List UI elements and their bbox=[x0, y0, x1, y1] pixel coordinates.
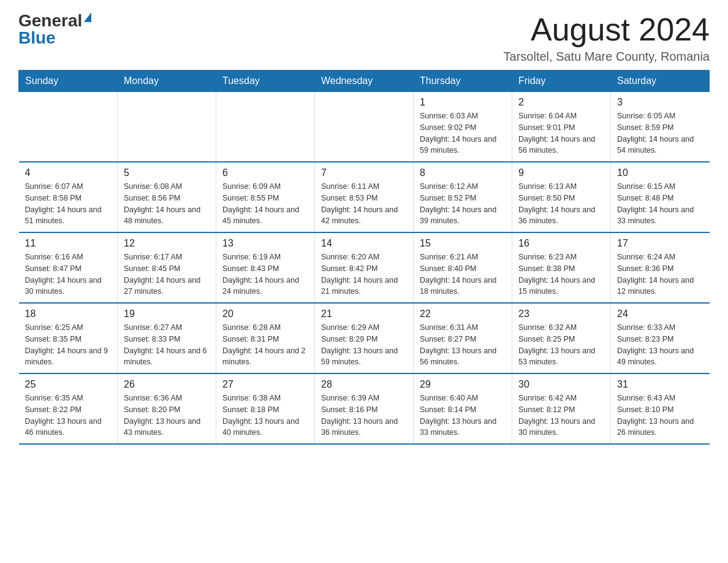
calendar-cell: 9Sunrise: 6:13 AMSunset: 8:50 PMDaylight… bbox=[512, 162, 611, 232]
day-sun-info: Sunrise: 6:31 AMSunset: 8:27 PMDaylight:… bbox=[420, 322, 506, 368]
calendar-cell bbox=[216, 92, 315, 163]
day-number: 29 bbox=[420, 379, 506, 390]
logo-general-text: General bbox=[18, 12, 82, 29]
calendar-cell: 21Sunrise: 6:29 AMSunset: 8:29 PMDayligh… bbox=[315, 303, 414, 373]
calendar-cell: 19Sunrise: 6:27 AMSunset: 8:33 PMDayligh… bbox=[118, 303, 216, 373]
calendar-cell: 1Sunrise: 6:03 AMSunset: 9:02 PMDaylight… bbox=[414, 92, 512, 163]
day-sun-info: Sunrise: 6:39 AMSunset: 8:16 PMDaylight:… bbox=[321, 393, 407, 439]
calendar-cell: 29Sunrise: 6:40 AMSunset: 8:14 PMDayligh… bbox=[414, 373, 512, 444]
day-sun-info: Sunrise: 6:16 AMSunset: 8:47 PMDaylight:… bbox=[25, 251, 112, 297]
day-number: 23 bbox=[518, 308, 604, 320]
day-sun-info: Sunrise: 6:36 AMSunset: 8:20 PMDaylight:… bbox=[124, 393, 210, 439]
day-sun-info: Sunrise: 6:11 AMSunset: 8:53 PMDaylight:… bbox=[321, 181, 407, 227]
day-sun-info: Sunrise: 6:15 AMSunset: 8:48 PMDaylight:… bbox=[617, 181, 703, 227]
calendar-cell: 28Sunrise: 6:39 AMSunset: 8:16 PMDayligh… bbox=[315, 373, 414, 444]
title-section: August 2024 Tarsoltel, Satu Mare County,… bbox=[504, 12, 710, 64]
logo: General Blue bbox=[18, 12, 91, 47]
calendar-cell: 4Sunrise: 6:07 AMSunset: 8:58 PMDaylight… bbox=[19, 162, 118, 232]
day-number: 10 bbox=[617, 167, 703, 178]
day-sun-info: Sunrise: 6:28 AMSunset: 8:31 PMDaylight:… bbox=[222, 322, 308, 368]
day-number: 24 bbox=[617, 308, 703, 320]
month-year-title: August 2024 bbox=[504, 12, 710, 47]
calendar-week-row: 4Sunrise: 6:07 AMSunset: 8:58 PMDaylight… bbox=[19, 162, 710, 232]
day-number: 12 bbox=[124, 238, 210, 249]
weekday-header-monday: Monday bbox=[118, 71, 216, 92]
day-sun-info: Sunrise: 6:35 AMSunset: 8:22 PMDaylight:… bbox=[25, 393, 112, 439]
day-number: 22 bbox=[420, 308, 506, 320]
day-number: 13 bbox=[222, 238, 308, 249]
day-number: 14 bbox=[321, 238, 407, 249]
day-number: 3 bbox=[617, 97, 703, 108]
day-number: 21 bbox=[321, 308, 407, 320]
calendar-table: SundayMondayTuesdayWednesdayThursdayFrid… bbox=[18, 70, 710, 445]
day-number: 7 bbox=[321, 167, 407, 178]
day-sun-info: Sunrise: 6:25 AMSunset: 8:35 PMDaylight:… bbox=[25, 322, 112, 368]
calendar-week-row: 18Sunrise: 6:25 AMSunset: 8:35 PMDayligh… bbox=[19, 303, 710, 373]
logo-blue-text: Blue bbox=[18, 29, 56, 47]
calendar-cell: 10Sunrise: 6:15 AMSunset: 8:48 PMDayligh… bbox=[611, 162, 710, 232]
calendar-cell: 20Sunrise: 6:28 AMSunset: 8:31 PMDayligh… bbox=[216, 303, 315, 373]
calendar-cell: 15Sunrise: 6:21 AMSunset: 8:40 PMDayligh… bbox=[414, 232, 512, 303]
calendar-cell: 26Sunrise: 6:36 AMSunset: 8:20 PMDayligh… bbox=[118, 373, 216, 444]
calendar-cell: 27Sunrise: 6:38 AMSunset: 8:18 PMDayligh… bbox=[216, 373, 315, 444]
calendar-cell: 12Sunrise: 6:17 AMSunset: 8:45 PMDayligh… bbox=[118, 232, 216, 303]
day-number: 5 bbox=[124, 167, 210, 178]
day-number: 4 bbox=[25, 167, 112, 178]
calendar-cell: 31Sunrise: 6:43 AMSunset: 8:10 PMDayligh… bbox=[611, 373, 710, 444]
day-number: 20 bbox=[222, 308, 308, 320]
calendar-cell: 5Sunrise: 6:08 AMSunset: 8:56 PMDaylight… bbox=[118, 162, 216, 232]
weekday-header-tuesday: Tuesday bbox=[216, 71, 315, 92]
page-header: General Blue August 2024 Tarsoltel, Satu… bbox=[18, 12, 710, 64]
day-sun-info: Sunrise: 6:32 AMSunset: 8:25 PMDaylight:… bbox=[518, 322, 604, 368]
day-sun-info: Sunrise: 6:03 AMSunset: 9:02 PMDaylight:… bbox=[420, 110, 506, 156]
day-number: 18 bbox=[25, 308, 112, 320]
day-sun-info: Sunrise: 6:17 AMSunset: 8:45 PMDaylight:… bbox=[124, 251, 210, 297]
calendar-cell: 16Sunrise: 6:23 AMSunset: 8:38 PMDayligh… bbox=[512, 232, 611, 303]
day-number: 9 bbox=[518, 167, 604, 178]
day-sun-info: Sunrise: 6:24 AMSunset: 8:36 PMDaylight:… bbox=[617, 251, 703, 297]
calendar-cell: 8Sunrise: 6:12 AMSunset: 8:52 PMDaylight… bbox=[414, 162, 512, 232]
day-sun-info: Sunrise: 6:13 AMSunset: 8:50 PMDaylight:… bbox=[518, 181, 604, 227]
calendar-body: 1Sunrise: 6:03 AMSunset: 9:02 PMDaylight… bbox=[19, 92, 710, 445]
calendar-cell bbox=[315, 92, 414, 163]
day-number: 6 bbox=[222, 167, 308, 178]
day-number: 11 bbox=[25, 238, 112, 249]
calendar-cell: 7Sunrise: 6:11 AMSunset: 8:53 PMDaylight… bbox=[315, 162, 414, 232]
day-sun-info: Sunrise: 6:12 AMSunset: 8:52 PMDaylight:… bbox=[420, 181, 506, 227]
day-number: 31 bbox=[617, 379, 703, 390]
calendar-cell: 25Sunrise: 6:35 AMSunset: 8:22 PMDayligh… bbox=[19, 373, 118, 444]
day-sun-info: Sunrise: 6:09 AMSunset: 8:55 PMDaylight:… bbox=[222, 181, 308, 227]
day-number: 19 bbox=[124, 308, 210, 320]
weekday-header-sunday: Sunday bbox=[19, 71, 118, 92]
day-number: 16 bbox=[518, 238, 604, 249]
logo-triangle-icon bbox=[84, 12, 91, 22]
calendar-cell: 22Sunrise: 6:31 AMSunset: 8:27 PMDayligh… bbox=[414, 303, 512, 373]
day-sun-info: Sunrise: 6:43 AMSunset: 8:10 PMDaylight:… bbox=[617, 393, 703, 439]
day-sun-info: Sunrise: 6:19 AMSunset: 8:43 PMDaylight:… bbox=[222, 251, 308, 297]
calendar-cell: 11Sunrise: 6:16 AMSunset: 8:47 PMDayligh… bbox=[19, 232, 118, 303]
calendar-cell: 3Sunrise: 6:05 AMSunset: 8:59 PMDaylight… bbox=[611, 92, 710, 163]
weekday-header-friday: Friday bbox=[512, 71, 611, 92]
day-sun-info: Sunrise: 6:42 AMSunset: 8:12 PMDaylight:… bbox=[518, 393, 604, 439]
day-sun-info: Sunrise: 6:33 AMSunset: 8:23 PMDaylight:… bbox=[617, 322, 703, 368]
calendar-week-row: 1Sunrise: 6:03 AMSunset: 9:02 PMDaylight… bbox=[19, 92, 710, 163]
weekday-header-thursday: Thursday bbox=[414, 71, 512, 92]
calendar-cell: 13Sunrise: 6:19 AMSunset: 8:43 PMDayligh… bbox=[216, 232, 315, 303]
calendar-header: SundayMondayTuesdayWednesdayThursdayFrid… bbox=[19, 71, 710, 92]
calendar-cell bbox=[19, 92, 118, 163]
calendar-cell: 14Sunrise: 6:20 AMSunset: 8:42 PMDayligh… bbox=[315, 232, 414, 303]
location-subtitle: Tarsoltel, Satu Mare County, Romania bbox=[504, 50, 710, 64]
day-number: 15 bbox=[420, 238, 506, 249]
calendar-cell bbox=[118, 92, 216, 163]
weekday-header-wednesday: Wednesday bbox=[315, 71, 414, 92]
day-sun-info: Sunrise: 6:04 AMSunset: 9:01 PMDaylight:… bbox=[518, 110, 604, 156]
day-number: 28 bbox=[321, 379, 407, 390]
day-sun-info: Sunrise: 6:23 AMSunset: 8:38 PMDaylight:… bbox=[518, 251, 604, 297]
day-number: 27 bbox=[222, 379, 308, 390]
calendar-cell: 23Sunrise: 6:32 AMSunset: 8:25 PMDayligh… bbox=[512, 303, 611, 373]
calendar-cell: 18Sunrise: 6:25 AMSunset: 8:35 PMDayligh… bbox=[19, 303, 118, 373]
calendar-cell: 24Sunrise: 6:33 AMSunset: 8:23 PMDayligh… bbox=[611, 303, 710, 373]
calendar-cell: 30Sunrise: 6:42 AMSunset: 8:12 PMDayligh… bbox=[512, 373, 611, 444]
day-sun-info: Sunrise: 6:38 AMSunset: 8:18 PMDaylight:… bbox=[222, 393, 308, 439]
day-number: 25 bbox=[25, 379, 112, 390]
